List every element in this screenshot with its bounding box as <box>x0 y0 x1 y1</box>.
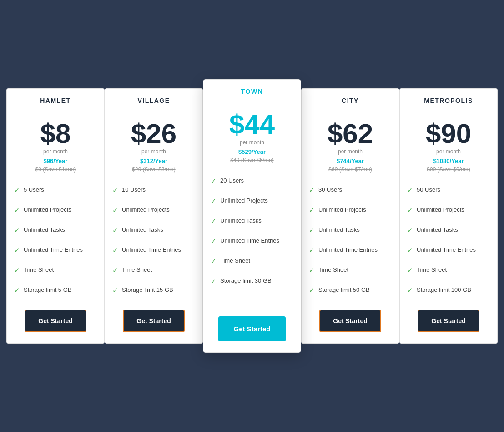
plan-card-hamlet: HAMLET$8per month$96/Year$9 (Save $1/mo)… <box>6 88 105 344</box>
check-icon: ✓ <box>14 246 20 254</box>
check-icon: ✓ <box>14 186 20 194</box>
feature-text: Unlimited Tasks <box>417 226 458 234</box>
feature-text: Storage limit 100 GB <box>417 286 471 294</box>
feature-item: ✓Unlimited Projects <box>105 200 202 220</box>
check-icon: ✓ <box>14 206 20 214</box>
feature-item: ✓Time Sheet <box>105 260 202 280</box>
check-icon: ✓ <box>112 246 118 254</box>
price-section-metropolis: $90per month$1080/Year$99 (Save $9/mo) <box>400 111 497 180</box>
feature-item: ✓Unlimited Time Entries <box>7 240 104 260</box>
feature-text: 50 Users <box>417 186 440 194</box>
feature-item: ✓5 Users <box>7 180 104 200</box>
plan-card-village: VILLAGE$26per month$312/Year$29 (Save $3… <box>105 88 203 344</box>
feature-text: Time Sheet <box>417 266 447 274</box>
feature-item: ✓Time Sheet <box>203 251 301 271</box>
check-icon: ✓ <box>14 266 20 274</box>
plan-name-city: CITY <box>309 97 392 104</box>
cta-button-city[interactable]: Get Started <box>319 310 381 332</box>
feature-item: ✓Unlimited Time Entries <box>203 231 301 251</box>
feature-item: ✓Time Sheet <box>400 260 497 280</box>
feature-text: 5 Users <box>24 186 44 194</box>
plan-header-village: VILLAGE <box>105 89 202 111</box>
feature-item: ✓Unlimited Time Entries <box>400 240 497 260</box>
feature-text: Time Sheet <box>24 266 54 274</box>
feature-item: ✓Storage limit 50 GB <box>302 280 399 300</box>
cta-button-metropolis[interactable]: Get Started <box>418 310 479 332</box>
feature-text: Unlimited Tasks <box>24 226 65 234</box>
check-icon: ✓ <box>112 206 118 214</box>
feature-text: Storage limit 5 GB <box>24 286 72 294</box>
feature-item: ✓Storage limit 5 GB <box>7 280 104 300</box>
cta-section-town: Get Started <box>203 307 301 353</box>
feature-text: Time Sheet <box>220 257 250 265</box>
plan-header-town: TOWN <box>203 80 301 102</box>
plan-header-city: CITY <box>302 89 399 111</box>
feature-text: Unlimited Projects <box>417 206 464 214</box>
check-icon: ✓ <box>309 286 315 295</box>
features-section-hamlet: ✓5 Users✓Unlimited Projects✓Unlimited Ta… <box>7 180 104 300</box>
feature-item: ✓Storage limit 15 GB <box>105 280 202 300</box>
check-icon: ✓ <box>112 186 118 194</box>
original-price-town: $49 (Save $5/mo) <box>211 157 293 163</box>
feature-item: ✓20 Users <box>203 171 301 191</box>
pricing-table: HAMLET$8per month$96/Year$9 (Save $1/mo)… <box>6 88 498 344</box>
feature-text: Unlimited Tasks <box>220 217 262 225</box>
feature-item: ✓Time Sheet <box>7 260 104 280</box>
feature-text: Storage limit 15 GB <box>122 286 173 294</box>
price-section-village: $26per month$312/Year$29 (Save $3/mo) <box>105 111 202 180</box>
feature-text: 30 Users <box>318 186 342 194</box>
check-icon: ✓ <box>211 277 217 285</box>
plan-name-hamlet: HAMLET <box>14 97 97 104</box>
features-section-metropolis: ✓50 Users✓Unlimited Projects✓Unlimited T… <box>400 180 497 300</box>
cta-button-hamlet[interactable]: Get Started <box>25 310 86 332</box>
cta-button-village[interactable]: Get Started <box>123 310 184 332</box>
feature-text: Time Sheet <box>122 266 152 274</box>
check-icon: ✓ <box>309 186 315 194</box>
original-price-hamlet: $9 (Save $1/mo) <box>14 166 97 173</box>
plan-header-metropolis: METROPOLIS <box>400 89 497 111</box>
cta-section-metropolis: Get Started <box>400 300 497 343</box>
check-icon: ✓ <box>14 226 20 234</box>
price-section-city: $62per month$744/Year$69 (Save $7/mo) <box>302 111 399 180</box>
check-icon: ✓ <box>14 286 20 295</box>
feature-item: ✓Unlimited Tasks <box>7 220 104 240</box>
feature-text: Unlimited Projects <box>122 206 170 214</box>
feature-text: Unlimited Projects <box>24 206 71 214</box>
feature-item: ✓Unlimited Tasks <box>400 220 497 240</box>
feature-text: Storage limit 30 GB <box>220 277 272 285</box>
price-section-hamlet: $8per month$96/Year$9 (Save $1/mo) <box>7 111 104 180</box>
per-month-town: per month <box>211 139 293 146</box>
feature-item: ✓Unlimited Tasks <box>302 220 399 240</box>
feature-item: ✓Unlimited Tasks <box>105 220 202 240</box>
check-icon: ✓ <box>407 186 413 194</box>
feature-text: Unlimited Projects <box>318 206 366 214</box>
check-icon: ✓ <box>112 266 118 274</box>
cta-button-town[interactable]: Get Started <box>218 316 286 342</box>
feature-item: ✓Unlimited Projects <box>400 200 497 220</box>
feature-item: ✓Storage limit 30 GB <box>203 271 301 291</box>
feature-text: Time Sheet <box>318 266 348 274</box>
yearly-price-metropolis: $1080/Year <box>407 158 490 164</box>
feature-item: ✓Unlimited Projects <box>302 200 399 220</box>
feature-item: ✓Unlimited Projects <box>7 200 104 220</box>
yearly-price-village: $312/Year <box>112 158 195 164</box>
original-price-city: $69 (Save $7/mo) <box>309 166 392 173</box>
price-amount-village: $26 <box>112 120 195 147</box>
feature-text: Unlimited Time Entries <box>417 246 476 254</box>
features-section-village: ✓10 Users✓Unlimited Projects✓Unlimited T… <box>105 180 202 300</box>
per-month-metropolis: per month <box>407 148 490 155</box>
check-icon: ✓ <box>112 226 118 234</box>
price-amount-city: $62 <box>309 120 392 147</box>
feature-text: Unlimited Time Entries <box>220 237 279 245</box>
feature-item: ✓Unlimited Tasks <box>203 211 301 231</box>
feature-item: ✓50 Users <box>400 180 497 200</box>
feature-text: 10 Users <box>122 186 146 194</box>
plan-name-metropolis: METROPOLIS <box>407 97 490 104</box>
feature-text: Unlimited Tasks <box>122 226 163 234</box>
feature-item: ✓Unlimited Time Entries <box>302 240 399 260</box>
price-amount-metropolis: $90 <box>407 120 490 147</box>
check-icon: ✓ <box>407 266 413 274</box>
feature-item: ✓Unlimited Time Entries <box>105 240 202 260</box>
price-section-town: $44per month$529/Year$49 (Save $5/mo) <box>203 102 301 171</box>
plan-card-city: CITY$62per month$744/Year$69 (Save $7/mo… <box>301 88 399 344</box>
